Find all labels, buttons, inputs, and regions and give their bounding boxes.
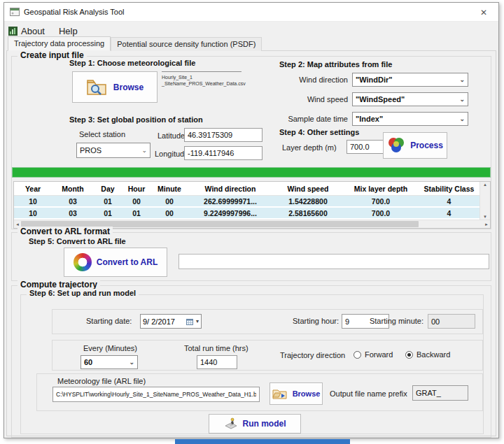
wind-speed-label: Wind speed: [243, 95, 348, 103]
app-window: Geospatial Risk Analysis Tool ✕ About He…: [4, 2, 499, 438]
starting-date-picker[interactable]: 9/ 2/2017 ▾: [140, 314, 202, 329]
weather-data-table: Year Month Day Hour Minute Wind directio…: [13, 181, 491, 229]
about-icon: [8, 27, 18, 36]
group-create-input-file: Create input file Step 1: Choose meteoro…: [11, 56, 491, 229]
col-header[interactable]: Day: [94, 185, 122, 193]
longitude-input[interactable]: [184, 146, 262, 160]
latitude-label: Latitude: [158, 131, 185, 140]
sample-date-time-label: Sample date time: [243, 115, 348, 123]
run-settings-row: Every (Minutes) 60 ⌄ Total run time (hrs…: [52, 340, 483, 371]
menu-about[interactable]: About: [8, 26, 45, 36]
process-label: Process: [410, 141, 443, 150]
tab-trajectory-data-processing[interactable]: Trajectory data processing: [8, 36, 111, 51]
table-header-row: Year Month Day Hour Minute Wind directio…: [14, 182, 479, 196]
met-file-input[interactable]: [52, 387, 260, 402]
group-convert-to-arl: Convert to ARL format Step 5: Convert to…: [11, 232, 491, 281]
tab-psdf[interactable]: Potential source density function (PSDF): [111, 37, 262, 51]
col-header[interactable]: Wind speed: [273, 185, 343, 193]
folder-open-icon: [272, 387, 288, 400]
group-compute-trajectory: Compute trajectory Step 6: Set up and ru…: [11, 285, 491, 438]
folder-search-icon: [86, 78, 108, 96]
vertical-scrollbar[interactable]: ▲ ▼: [479, 182, 490, 220]
col-header[interactable]: Stability Class: [419, 185, 479, 193]
process-button[interactable]: Process: [383, 132, 447, 159]
scroll-left-icon[interactable]: ◄: [15, 222, 20, 227]
tab-strip: Trajectory data processing Potential sou…: [8, 36, 262, 51]
col-header[interactable]: Wind direction: [188, 185, 273, 193]
menu-help[interactable]: Help: [59, 26, 78, 36]
scroll-right-icon[interactable]: ►: [484, 222, 489, 227]
run-model-button[interactable]: Run model: [209, 414, 301, 434]
chevron-down-icon: ▾: [196, 318, 199, 324]
table-row[interactable]: 10 03 01 01 00 9.2249997996... 2.5816560…: [14, 208, 479, 220]
starting-minute-label: Starting minute:: [363, 317, 424, 325]
browse-label: Browse: [113, 83, 144, 92]
browse-met-file-button[interactable]: Browse: [72, 71, 158, 103]
step6-group: Step 6: Set up and run model Starting da…: [20, 294, 484, 434]
title-bar: Geospatial Risk Analysis Tool ✕: [4, 3, 498, 22]
chevron-down-icon: ⌄: [459, 77, 465, 83]
convert-to-arl-button[interactable]: Convert to ARL: [64, 248, 167, 277]
app-icon: [10, 8, 20, 16]
table-row[interactable]: 10 03 01 00 00 262.69999971... 1.5422880…: [14, 196, 479, 208]
rainbow-ring-icon: [74, 253, 92, 271]
col-header[interactable]: Minute: [151, 185, 188, 193]
process-progress-bar: [12, 167, 491, 178]
every-minutes-select[interactable]: 60 ⌄: [80, 355, 138, 369]
step1-title: Step 1: Choose meteorological file: [69, 59, 195, 67]
starting-date-label: Starting date:: [86, 317, 132, 325]
layer-depth-label: Layer depth (m): [282, 143, 337, 152]
scroll-down-icon[interactable]: ▼: [483, 215, 487, 219]
close-button[interactable]: ✕: [469, 3, 498, 22]
output-prefix-input[interactable]: [412, 385, 468, 401]
select-station-label: Select station: [79, 130, 125, 138]
latitude-input[interactable]: [184, 128, 262, 142]
total-run-time-input[interactable]: [197, 355, 237, 369]
col-header[interactable]: Year: [14, 185, 52, 193]
backward-radio[interactable]: Backward: [405, 350, 450, 359]
col-header[interactable]: Hour: [122, 185, 151, 193]
step4-title: Step 4: Other settings: [279, 128, 359, 136]
wind-direction-label: Wind direction: [243, 76, 348, 84]
step6-title: Step 6: Set up and run model: [27, 289, 139, 297]
group-title: Compute trajectory: [18, 280, 100, 289]
starting-hour-label: Starting hour:: [293, 317, 339, 325]
start-time-row: Starting date: 9/ 2/2017 ▾ Starting hour…: [52, 309, 483, 334]
radio-unchecked-icon: [354, 351, 361, 359]
output-prefix-label: Output file name prefix: [330, 389, 407, 398]
selected-file-name: Hourly_Site_1 _SiteName_PROS_Weather_Dat…: [162, 71, 241, 103]
browse-arl-button[interactable]: Browse: [270, 382, 323, 405]
step3-title: Step 3: Set global position of station: [69, 115, 203, 124]
chevron-down-icon: ⌄: [141, 148, 147, 154]
wind-direction-select[interactable]: "WindDir" ⌄: [352, 73, 468, 87]
chevron-down-icon: ⌄: [459, 116, 465, 122]
met-file-label: Meteorology file (ARL file): [57, 377, 146, 385]
step2-title: Step 2: Map attributes from file: [279, 60, 392, 69]
every-minutes-label: Every (Minutes): [83, 344, 137, 352]
wind-speed-select[interactable]: "WindSpeed" ⌄: [352, 92, 468, 106]
calendar-icon: [186, 318, 193, 325]
trajectory-direction-label: Trajectory direction: [280, 351, 345, 359]
col-header[interactable]: Month: [52, 185, 94, 193]
radio-checked-icon: [405, 351, 413, 359]
station-select[interactable]: PROS ⌄: [76, 143, 150, 158]
met-file-row: Meteorology file (ARL file) Browse Outpu…: [36, 373, 483, 411]
rgb-circles-icon: [387, 137, 405, 154]
step5-title: Step 5: Convert to ARL file: [29, 237, 126, 245]
sample-date-time-select[interactable]: "Index" ⌄: [352, 112, 468, 126]
convert-progress-bar: [178, 254, 489, 269]
scroll-up-icon[interactable]: ▲: [483, 182, 487, 187]
starting-minute-input[interactable]: [428, 314, 475, 329]
convert-label: Convert to ARL: [97, 257, 158, 267]
taskbar-strip: [175, 439, 350, 444]
run-model-label: Run model: [243, 419, 286, 429]
forward-radio[interactable]: Forward: [354, 350, 393, 359]
col-header[interactable]: Mix layer depth: [343, 185, 419, 193]
chevron-down-icon: ⌄: [459, 96, 465, 103]
run-model-icon: [224, 417, 238, 430]
browse-label: Browse: [293, 389, 321, 398]
group-title: Convert to ARL format: [18, 227, 113, 236]
window-title: Geospatial Risk Analysis Tool: [24, 8, 124, 16]
chevron-down-icon: ⌄: [129, 359, 134, 366]
total-run-time-label: Total run time (hrs): [184, 344, 248, 352]
